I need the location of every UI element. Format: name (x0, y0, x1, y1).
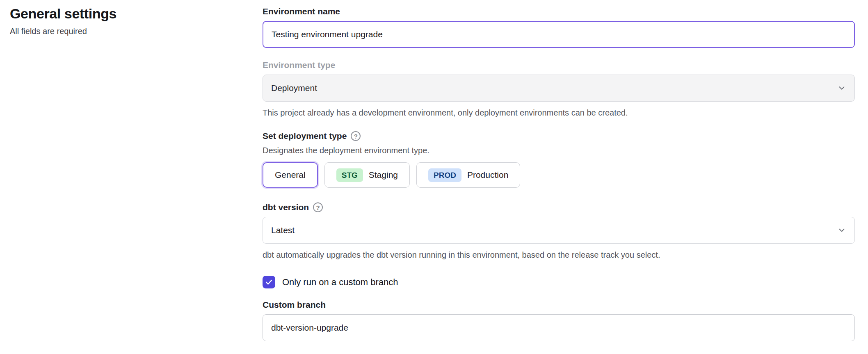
chevron-down-icon (837, 84, 846, 93)
environment-name-label: Environment name (263, 6, 855, 17)
production-badge: PROD (428, 168, 461, 182)
custom-branch-toggle[interactable]: Only run on a custom branch (263, 276, 855, 288)
custom-branch-toggle-label[interactable]: Only run on a custom branch (282, 277, 398, 288)
check-icon (265, 278, 273, 286)
deployment-type-option-label: Staging (369, 170, 398, 180)
page-subtitle: All fields are required (10, 27, 240, 36)
environment-name-field: Environment name (263, 6, 855, 48)
environment-type-select[interactable]: Deployment (263, 75, 855, 102)
deployment-type-option-staging[interactable]: STG Staging (324, 162, 410, 188)
deployment-type-option-general[interactable]: General (263, 162, 318, 188)
staging-badge: STG (336, 168, 363, 182)
deployment-type-option-label: Production (467, 170, 508, 180)
deployment-type-options: General STG Staging PROD Production (263, 162, 855, 188)
environment-type-helper: This project already has a development e… (263, 107, 855, 118)
environment-type-label: Environment type (263, 59, 855, 71)
deployment-type-field: Set deployment type ? Designates the dep… (263, 130, 855, 188)
deployment-type-option-production[interactable]: PROD Production (416, 162, 520, 188)
custom-branch-checkbox[interactable] (263, 276, 275, 288)
help-icon[interactable]: ? (351, 131, 361, 141)
environment-type-selected-value: Deployment (271, 83, 317, 93)
deployment-type-label: Set deployment type (263, 130, 347, 142)
deployment-type-helper: Designates the deployment environment ty… (263, 145, 855, 156)
dbt-version-selected-value: Latest (271, 225, 295, 235)
dbt-version-field: dbt version ? Latest dbt automatically u… (263, 202, 855, 260)
environment-name-input[interactable] (263, 21, 855, 48)
help-icon[interactable]: ? (313, 202, 323, 212)
custom-branch-input[interactable] (263, 314, 855, 341)
environment-type-field: Environment type Deployment This project… (263, 59, 855, 118)
chevron-down-icon (837, 226, 846, 235)
dbt-version-label: dbt version (263, 202, 309, 213)
custom-branch-label: Custom branch (263, 299, 855, 311)
environment-settings-form: Environment name Environment type Deploy… (263, 6, 855, 341)
deployment-type-option-label: General (275, 170, 306, 180)
page-title: General settings (10, 6, 240, 22)
custom-branch-field: Custom branch (263, 299, 855, 341)
dbt-version-helper: dbt automatically upgrades the dbt versi… (263, 250, 855, 260)
dbt-version-select[interactable]: Latest (263, 217, 855, 244)
settings-header: General settings All fields are required (10, 6, 240, 36)
